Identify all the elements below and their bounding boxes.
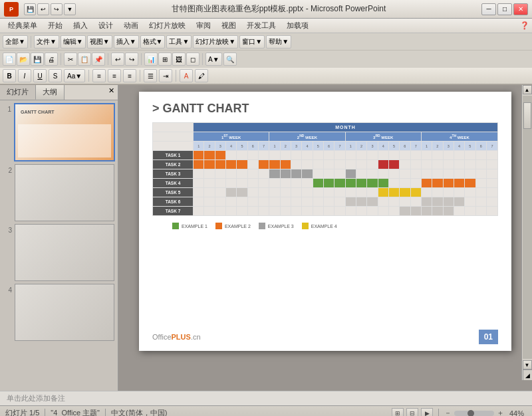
- all-dropdown[interactable]: 全部▼: [3, 35, 28, 49]
- zoom-slider[interactable]: [454, 411, 494, 416]
- menu-view[interactable]: 视图: [216, 19, 241, 32]
- undo-buttons: ↩ ↪: [111, 52, 138, 66]
- help-dropdown[interactable]: 帮助▼: [266, 35, 291, 49]
- slide-sorter-button[interactable]: ⊟: [406, 408, 418, 417]
- insert-dropdown[interactable]: 插入▼: [114, 35, 139, 49]
- table-button[interactable]: ⊞: [158, 52, 172, 66]
- scroll-down-button[interactable]: ▼: [523, 360, 532, 369]
- list-button[interactable]: ☰: [144, 69, 157, 82]
- legend: EXAMPLE 1 EXAMPLE 2 EXAMPLE 3 EXAMPLE 4: [152, 223, 498, 229]
- maximize-button[interactable]: □: [497, 3, 512, 15]
- slide-1-thumb[interactable]: GANTT CHART: [14, 103, 115, 161]
- underline-button[interactable]: U: [33, 69, 47, 82]
- toolbar-row2: 📄 📂 💾 🖨 ✂ 📋 📌 ↩ ↪ 📊 ⊞ 🖼 ◻ A▼ 🔍: [0, 51, 532, 68]
- slide-4-thumb[interactable]: [15, 284, 114, 341]
- slide-2-number: 2: [3, 164, 12, 174]
- chart-button[interactable]: 📊: [144, 52, 158, 66]
- highlight-button[interactable]: 🖍: [195, 69, 208, 82]
- window-controls: ─ □ ✕: [481, 3, 528, 15]
- task1-label: TASK 1: [153, 151, 194, 160]
- sep1: [31, 36, 31, 48]
- dropdown-button[interactable]: ▼: [64, 3, 76, 15]
- scroll-corner[interactable]: ◢: [523, 369, 532, 380]
- redo2-button[interactable]: ↪: [125, 52, 138, 66]
- file-buttons: 📄 📂 💾 🖨: [3, 52, 58, 66]
- color-button[interactable]: A: [180, 69, 193, 82]
- fontsize-button[interactable]: Aa▼: [64, 69, 85, 82]
- copy-button[interactable]: 📋: [78, 52, 91, 66]
- menu-slideshow[interactable]: 幻灯片放映: [144, 19, 191, 32]
- scroll-track[interactable]: [523, 96, 532, 359]
- paste-button[interactable]: 📌: [92, 52, 105, 66]
- menu-classic[interactable]: 经典菜单: [3, 19, 43, 32]
- slide-scrollbar[interactable]: ▲ ▼ ◢: [521, 85, 532, 380]
- legend-box-3: [259, 223, 265, 229]
- task6-label: TASK 6: [153, 197, 194, 207]
- menu-insert[interactable]: 插入: [68, 19, 93, 32]
- slide-2-preview: [15, 165, 114, 221]
- view-dropdown[interactable]: 视图▼: [87, 35, 112, 49]
- search-button[interactable]: 🔍: [223, 52, 237, 66]
- menu-start[interactable]: 开始: [43, 19, 68, 32]
- bold-button[interactable]: B: [3, 69, 16, 82]
- window-dropdown[interactable]: 窗口▼: [239, 35, 265, 49]
- legend-box-2: [215, 223, 222, 229]
- format-dropdown[interactable]: 格式▼: [140, 35, 166, 49]
- task3-row: TASK 3: [153, 169, 498, 179]
- scroll-thumb[interactable]: [523, 102, 531, 129]
- undo-button[interactable]: ↩: [37, 3, 49, 15]
- shapes-button[interactable]: ◻: [186, 52, 200, 66]
- save-button[interactable]: 💾: [24, 3, 36, 15]
- toolbar-row1: 全部▼ 文件▼ 编辑▼ 视图▼ 插入▼ 格式▼ 工具▼ 幻灯片放映▼ 窗口▼ 帮…: [0, 33, 532, 51]
- italic-button[interactable]: I: [18, 69, 31, 82]
- tools-dropdown[interactable]: 工具▼: [166, 35, 192, 49]
- save-file-button[interactable]: 💾: [31, 52, 44, 66]
- menu-animation[interactable]: 动画: [118, 19, 144, 32]
- align-center-button[interactable]: ≡: [108, 69, 121, 82]
- cut-button[interactable]: ✂: [64, 52, 77, 66]
- notes-area[interactable]: 单击此处添加备注: [0, 391, 532, 405]
- normal-view-button[interactable]: ⊞: [392, 408, 404, 417]
- zoom-level[interactable]: 44%: [507, 409, 527, 417]
- slide-area: > GANTT CHART MONTH: [118, 85, 532, 391]
- slide-3-thumb[interactable]: [15, 224, 114, 281]
- close-button[interactable]: ✕: [513, 3, 528, 15]
- redo-button[interactable]: ↪: [51, 3, 63, 15]
- tab-outline[interactable]: 大纲: [36, 85, 65, 100]
- menu-addins[interactable]: 加载项: [281, 19, 314, 32]
- strikethrough-button[interactable]: S: [49, 69, 62, 82]
- font-size-button[interactable]: A▼: [205, 52, 222, 66]
- menu-design[interactable]: 设计: [93, 19, 118, 32]
- zoom-minus-button[interactable]: －: [444, 408, 452, 416]
- slide-2-thumb[interactable]: [15, 164, 114, 221]
- minimize-button[interactable]: ─: [481, 3, 496, 15]
- tab-slides[interactable]: 幻灯片: [0, 85, 36, 100]
- menu-devtools[interactable]: 开发工具: [241, 19, 281, 32]
- panel-close-button[interactable]: ✕: [105, 85, 118, 100]
- legend-box-4: [302, 223, 309, 229]
- print-button[interactable]: 🖨: [45, 52, 58, 66]
- help-icon[interactable]: ❓: [520, 21, 529, 30]
- legend-label-3: EXAMPLE 3: [268, 224, 294, 229]
- slides-list: 1 GANTT CHART 2 3: [0, 100, 118, 391]
- undo2-button[interactable]: ↩: [111, 52, 124, 66]
- slideshow-dropdown[interactable]: 幻灯片放映▼: [193, 35, 238, 49]
- indent-button[interactable]: ⇥: [159, 69, 172, 82]
- open-button[interactable]: 📂: [17, 52, 30, 66]
- zoom-plus-button[interactable]: ＋: [497, 408, 504, 416]
- scroll-up-button[interactable]: ▲: [523, 85, 532, 94]
- legend-item-1: EXAMPLE 1: [172, 223, 207, 229]
- legend-item-2: EXAMPLE 2: [215, 223, 251, 229]
- align-right-button[interactable]: ≡: [123, 69, 136, 82]
- align-left-button[interactable]: ≡: [92, 69, 106, 82]
- sep5: [202, 53, 203, 65]
- status-bar: 幻灯片 1/5 "4_Office 主题" 中文(简体，中国) ⊞ ⊟ ▶ － …: [0, 405, 532, 416]
- image-button[interactable]: 🖼: [172, 52, 186, 66]
- file-dropdown[interactable]: 文件▼: [34, 35, 59, 49]
- edit-dropdown[interactable]: 编辑▼: [61, 35, 86, 49]
- menu-review[interactable]: 审阅: [191, 19, 216, 32]
- reading-view-button[interactable]: ▶: [421, 408, 433, 417]
- window-title: 甘特图商业图表稳重色彩ppt模板.pptx - Microsoft PowerP…: [76, 3, 481, 15]
- new-button[interactable]: 📄: [3, 52, 16, 66]
- task7-row: TASK 7: [153, 207, 498, 216]
